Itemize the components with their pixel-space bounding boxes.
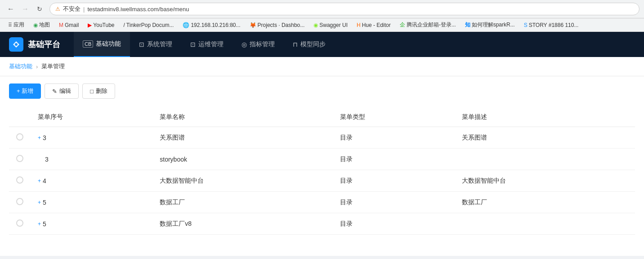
seq-number: 3 <box>43 134 46 141</box>
row-checkbox-cell[interactable] <box>9 170 31 192</box>
nav-buttons: ← → ↻ <box>4 3 46 15</box>
row-desc-cell: 关系图谱 <box>455 127 635 149</box>
table-row[interactable]: + 5 数据工厂 目录 数据工厂 <box>9 192 635 213</box>
bookmark-label: STORY #1886 110... <box>529 22 579 28</box>
row-seq-cell: 3 <box>31 149 152 170</box>
content-area: + 新增 ✎ 编辑 □ 删除 菜单序号 菜单名称 菜单类型 菜单描述 <box>0 76 644 256</box>
row-checkbox-cell[interactable] <box>9 149 31 170</box>
row-checkbox-cell[interactable] <box>9 192 31 213</box>
address-warning-text: 不安全 <box>63 5 80 13</box>
row-type-cell: 目录 <box>333 213 455 235</box>
bookmark-label: TinkerPop Docum... <box>126 22 174 28</box>
nav-item-zhibiao[interactable]: ◎ 指标管理 <box>233 32 284 57</box>
expand-icon[interactable]: + <box>38 178 41 184</box>
tencent-icon: 企 <box>400 21 405 29</box>
edit-icon: ✎ <box>52 88 57 95</box>
youtube-icon: ▶ <box>88 22 92 28</box>
add-button[interactable]: + 新增 <box>9 83 41 99</box>
expand-icon[interactable]: + <box>38 221 41 227</box>
seq-number: 5 <box>43 220 46 228</box>
nav-icon-yunwei: ⊡ <box>190 41 196 48</box>
row-seq-cell: + 3 <box>31 127 152 149</box>
bookmark-story[interactable]: S STORY #1886 110... <box>520 21 582 29</box>
edit-button[interactable]: ✎ 编辑 <box>45 83 79 99</box>
row-type-cell: 目录 <box>333 170 455 192</box>
bookmark-tencent[interactable]: 企 腾讯企业邮箱-登录... <box>396 20 460 30</box>
col-header-desc: 菜单描述 <box>455 108 635 127</box>
table-row[interactable]: + 5 数据工厂v8 目录 <box>9 213 635 235</box>
nav-item-moxing[interactable]: ⊓ 模型同步 <box>284 32 335 57</box>
zhi-icon: 知 <box>465 21 470 29</box>
nav-item-system[interactable]: ⊡ 系统管理 <box>130 32 181 57</box>
row-checkbox-cell[interactable] <box>9 213 31 235</box>
bookmark-zhi[interactable]: 知 如何理解sparkR... <box>461 20 519 30</box>
bookmark-label: Hue - Editor <box>362 22 391 28</box>
col-header-name: 菜单名称 <box>152 108 333 127</box>
row-name-cell: 数据工厂 <box>152 192 333 213</box>
row-type-cell: 目录 <box>333 127 455 149</box>
table-row[interactable]: 3 storybook 目录 <box>9 149 635 170</box>
row-radio-btn[interactable] <box>16 133 23 140</box>
bookmark-label: YouTube <box>93 22 114 28</box>
row-checkbox-cell[interactable] <box>9 127 31 149</box>
nav-icon-zhibiao: ◎ <box>242 41 247 48</box>
bookmark-hue[interactable]: H Hue - Editor <box>353 21 394 29</box>
bookmark-projects[interactable]: 🦊 Projects · Dashbo... <box>246 21 309 29</box>
row-desc-cell <box>455 213 635 235</box>
delete-label: 删除 <box>96 87 107 95</box>
toolbar: + 新增 ✎ 编辑 □ 删除 <box>9 83 635 99</box>
bookmarks-bar: ⠿ 应用 ◉ 地图 M Gmail ▶ YouTube / TinkerPop … <box>0 18 644 32</box>
row-radio-btn[interactable] <box>16 219 23 227</box>
forward-button[interactable]: → <box>19 3 31 15</box>
seq-number: 3 <box>45 156 49 163</box>
logo-icon <box>9 37 23 52</box>
row-radio-btn[interactable] <box>16 155 23 162</box>
row-desc-cell: 大数据智能中台 <box>455 170 635 192</box>
back-button[interactable]: ← <box>4 3 17 15</box>
bookmark-tinkerpop[interactable]: / TinkerPop Docum... <box>120 21 178 29</box>
row-type-cell: 目录 <box>333 149 455 170</box>
data-table: 菜单序号 菜单名称 菜单类型 菜单描述 + 3 关系图谱 目录 关系图谱 <box>9 108 635 235</box>
nav-item-yunwei[interactable]: ⊡ 运维管理 <box>181 32 233 57</box>
bookmark-apps[interactable]: ⠿ 应用 <box>4 20 28 30</box>
nav-label-moxing: 模型同步 <box>300 40 326 48</box>
expand-icon[interactable]: + <box>38 135 41 141</box>
edit-label: 编辑 <box>59 87 71 95</box>
bookmark-label: 应用 <box>13 21 24 29</box>
bookmark-label: 如何理解sparkR... <box>472 21 515 29</box>
hue-icon: H <box>357 22 361 28</box>
nav-icon-moxing: ⊓ <box>293 41 298 48</box>
swagger-icon: ◉ <box>313 22 318 28</box>
delete-button[interactable]: □ 删除 <box>82 83 115 99</box>
table-row[interactable]: + 3 关系图谱 目录 关系图谱 <box>9 127 635 149</box>
nav-label-yunwei: 运维管理 <box>198 40 224 48</box>
row-radio-btn[interactable] <box>16 176 23 184</box>
nav-label-jichu: 基础功能 <box>96 40 121 48</box>
breadcrumb: 基础功能 › 菜单管理 <box>0 57 644 76</box>
bookmark-maps[interactable]: ◉ 地图 <box>30 20 54 30</box>
browser-toolbar: ← → ↻ ⚠ 不安全 | testadminv8.iwellmass.com/… <box>0 0 644 18</box>
bookmark-label: 192.168.10.216:80... <box>191 22 240 28</box>
breadcrumb-parent[interactable]: 基础功能 <box>9 62 32 70</box>
table-row[interactable]: + 4 大数据智能中台 目录 大数据智能中台 <box>9 170 635 192</box>
app-title: 基础平台 <box>28 39 60 50</box>
nav-menu: CB 基础功能 ⊡ 系统管理 ⊡ 运维管理 ◎ 指标管理 ⊓ 模型同步 <box>74 32 635 57</box>
bookmark-gmail[interactable]: M Gmail <box>55 21 82 29</box>
bookmark-swagger[interactable]: ◉ Swagger UI <box>310 21 351 29</box>
browser-chrome: ← → ↻ ⚠ 不安全 | testadminv8.iwellmass.com/… <box>0 0 644 32</box>
breadcrumb-separator: › <box>36 63 38 70</box>
row-radio-btn[interactable] <box>16 198 23 205</box>
reload-button[interactable]: ↻ <box>33 3 46 15</box>
nav-item-jichu[interactable]: CB 基础功能 <box>74 32 130 57</box>
nav-icon-jichu: CB <box>83 40 93 48</box>
app-header: 基础平台 CB 基础功能 ⊡ 系统管理 ⊡ 运维管理 ◎ 指标管理 ⊓ 模型同步 <box>0 32 644 57</box>
address-bar[interactable]: ⚠ 不安全 | testadminv8.iwellmass.com/base/m… <box>49 3 640 15</box>
bookmark-192[interactable]: 🌐 192.168.10.216:80... <box>179 21 244 29</box>
row-type-cell: 目录 <box>333 192 455 213</box>
seq-number: 5 <box>43 199 46 206</box>
table-header-row: 菜单序号 菜单名称 菜单类型 菜单描述 <box>9 108 635 127</box>
row-seq-cell: + 5 <box>31 192 152 213</box>
breadcrumb-current: 菜单管理 <box>41 62 65 70</box>
bookmark-youtube[interactable]: ▶ YouTube <box>84 21 118 29</box>
expand-icon[interactable]: + <box>38 199 41 206</box>
